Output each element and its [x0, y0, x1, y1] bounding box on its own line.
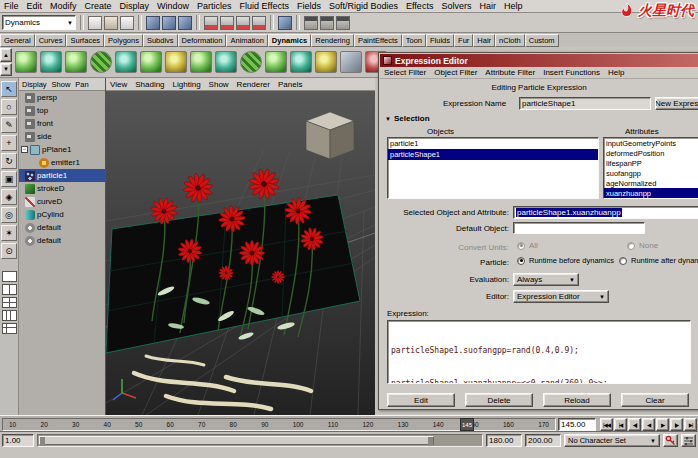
move-tool[interactable]: + — [1, 135, 17, 151]
select-tool[interactable]: ↖ — [1, 81, 17, 97]
current-frame-marker[interactable]: 145 — [460, 418, 474, 431]
auto-keyframe-button[interactable] — [663, 434, 678, 447]
convert-units-all-option[interactable]: All — [517, 241, 538, 250]
step-forward-key-button[interactable]: |▶ — [670, 418, 683, 431]
tab-toon[interactable]: Toon — [402, 34, 426, 47]
tab-dynamics[interactable]: Dynamics — [268, 34, 311, 47]
tab-custom[interactable]: Custom — [525, 34, 559, 47]
snap-to-plane-icon[interactable] — [252, 16, 266, 30]
file-new-icon[interactable] — [88, 16, 102, 30]
single-pane-layout-button[interactable] — [2, 271, 17, 282]
render-current-frame-icon[interactable] — [304, 16, 318, 30]
ipr-render-icon[interactable] — [320, 16, 334, 30]
menu-file[interactable]: File — [0, 1, 23, 11]
four-pane-layout-button[interactable] — [2, 297, 17, 308]
file-open-icon[interactable] — [104, 16, 118, 30]
objects-list-item[interactable]: particle1 — [388, 138, 598, 149]
outliner-item-stroke[interactable]: strokeD — [19, 182, 105, 195]
three-pane-layout-button[interactable] — [2, 310, 17, 321]
menu-window[interactable]: Window — [153, 1, 193, 11]
tab-ncloth[interactable]: nCloth — [495, 34, 525, 47]
expression-code-area[interactable]: particleShape1.suofangpp=rand(0.4,0.9); … — [387, 320, 691, 384]
radio-button-icon[interactable] — [517, 257, 525, 265]
menu-insert-functions[interactable]: Insert Functions — [539, 68, 604, 77]
outliner-item-curve[interactable]: curveD — [19, 195, 105, 208]
step-back-frame-button[interactable]: |◀ — [614, 418, 627, 431]
outliner-item-defaultobjectset[interactable]: default — [19, 234, 105, 247]
step-back-key-button[interactable]: ◀| — [628, 418, 641, 431]
particle-runtime-after-option[interactable]: Runtime after dynamics — [619, 256, 698, 265]
shelf-up-arrow-icon[interactable]: ▲ — [0, 48, 12, 62]
turbulence-field-icon[interactable] — [265, 51, 287, 73]
attributes-list-item[interactable]: deformedPosition — [604, 148, 698, 158]
shelf-down-arrow-icon[interactable]: ▼ — [0, 63, 12, 77]
tab-hair[interactable]: Hair — [473, 34, 495, 47]
render-globals-icon[interactable] — [336, 16, 350, 30]
outliner-menu-show[interactable]: Show — [52, 80, 71, 89]
tab-polygons[interactable]: Polygons — [104, 34, 143, 47]
selection-mode-component-icon[interactable] — [178, 16, 192, 30]
outliner-item-defaultlightset[interactable]: default — [19, 221, 105, 234]
edit-button[interactable]: Edit — [387, 393, 455, 407]
menu-solvers[interactable]: Solvers — [437, 1, 475, 11]
outliner-item-emitter1[interactable]: emitter1 — [19, 156, 105, 169]
emit-from-object-icon[interactable] — [65, 51, 87, 73]
soft-modification-tool[interactable]: ◎ — [1, 207, 17, 223]
outliner-item-top[interactable]: top — [19, 104, 105, 117]
tab-general[interactable]: General — [0, 34, 35, 47]
menu-display[interactable]: Display — [116, 1, 154, 11]
evaluation-dropdown[interactable]: Always ▼ — [513, 273, 579, 286]
status-separator[interactable] — [80, 15, 84, 30]
outliner-item-side[interactable]: side — [19, 130, 105, 143]
air-field-icon[interactable] — [165, 51, 187, 73]
universal-manipulator-tool[interactable]: ◈ — [1, 189, 17, 205]
outliner-menu-display[interactable]: Display — [22, 80, 47, 89]
selection-section-header[interactable]: ▼ Selection — [385, 114, 430, 123]
range-slider[interactable] — [37, 434, 483, 447]
menu-attribute-filter[interactable]: Attribute Filter — [481, 68, 539, 77]
play-forward-button[interactable]: ▶ — [656, 418, 669, 431]
menu-help[interactable]: Help — [500, 1, 527, 11]
selection-mode-object-icon[interactable] — [162, 16, 176, 30]
snap-to-grid-icon[interactable] — [204, 16, 218, 30]
play-backward-button[interactable]: ◀ — [642, 418, 655, 431]
objects-list-item-selected[interactable]: particleShape1 — [388, 149, 598, 160]
outliner-menu-panels[interactable]: Pan — [75, 80, 88, 89]
attributes-list-item[interactable]: suofangpp — [604, 168, 698, 178]
viewport-menu-renderer[interactable]: Renderer — [233, 80, 274, 89]
construction-history-icon[interactable] — [278, 16, 292, 30]
clear-button[interactable]: Clear — [621, 393, 689, 407]
rotate-tool[interactable]: ↻ — [1, 153, 17, 169]
particle-tool-icon[interactable] — [40, 51, 62, 73]
emitter-icon[interactable] — [15, 51, 37, 73]
paint-select-tool[interactable]: ✎ — [1, 117, 17, 133]
outliner-item-persp[interactable]: persp — [19, 91, 105, 104]
animation-end-field[interactable]: 200.00 — [525, 434, 561, 447]
expression-editor-title-bar[interactable]: Expression Editor — [380, 54, 698, 67]
animation-preferences-button[interactable] — [681, 434, 696, 447]
snap-to-curve-icon[interactable] — [220, 16, 234, 30]
outliner-item-front[interactable]: front — [19, 117, 105, 130]
default-object-field[interactable] — [513, 222, 645, 234]
editor-dropdown[interactable]: Expression Editor ▼ — [513, 290, 609, 303]
tab-subdivs[interactable]: Subdivs — [143, 34, 178, 47]
viewport-menu-panels[interactable]: Panels — [274, 80, 306, 89]
status-separator[interactable] — [138, 15, 142, 30]
menu-effects[interactable]: Effects — [402, 1, 437, 11]
radial-field-icon[interactable] — [240, 51, 262, 73]
playback-end-field[interactable]: 180.00 — [486, 434, 522, 447]
tab-surfaces[interactable]: Surfaces — [66, 34, 104, 47]
go-to-start-button[interactable]: |◀◀ — [600, 418, 613, 431]
menu-fluid-effects[interactable]: Fluid Effects — [236, 1, 293, 11]
outliner-item-particle1[interactable]: particle1 — [19, 169, 105, 182]
snap-to-point-icon[interactable] — [236, 16, 250, 30]
attributes-list-item-selected[interactable]: xuanzhuanpp — [604, 188, 698, 198]
radio-button-icon[interactable] — [627, 242, 635, 250]
lasso-select-tool[interactable]: ○ — [1, 99, 17, 115]
status-separator[interactable] — [196, 15, 200, 30]
tab-rendering[interactable]: Rendering — [311, 34, 354, 47]
tab-deformation[interactable]: Deformation — [178, 34, 227, 47]
menu-set-selector[interactable]: Dynamics ▼ — [2, 15, 76, 30]
viewport-menu-shading[interactable]: Shading — [131, 80, 168, 89]
menu-object-filter[interactable]: Object Filter — [430, 68, 481, 77]
